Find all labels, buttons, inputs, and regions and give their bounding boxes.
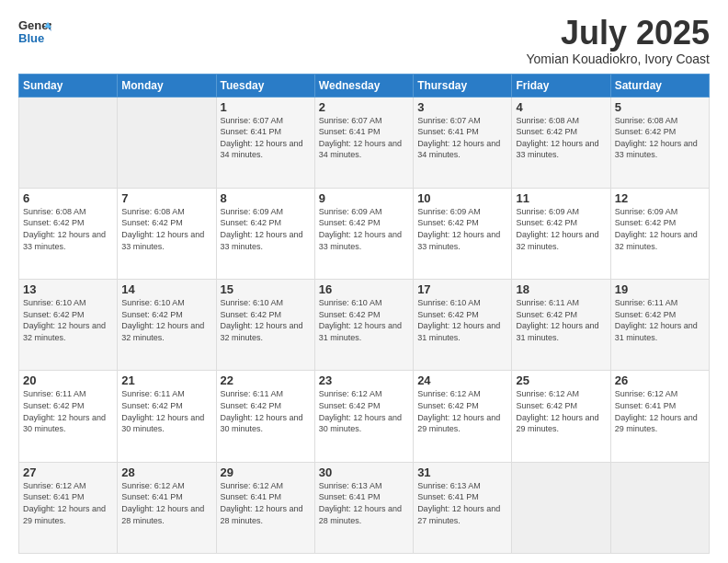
day-info: Sunrise: 6:13 AM Sunset: 6:41 PM Dayligh… — [319, 480, 409, 526]
day-number: 22 — [221, 373, 311, 387]
calendar-week-row: 13Sunrise: 6:10 AM Sunset: 6:42 PM Dayli… — [19, 280, 710, 371]
day-info: Sunrise: 6:11 AM Sunset: 6:42 PM Dayligh… — [615, 297, 705, 343]
day-number: 17 — [417, 282, 507, 296]
calendar-cell: 9Sunrise: 6:09 AM Sunset: 6:42 PM Daylig… — [314, 188, 413, 279]
calendar-week-row: 20Sunrise: 6:11 AM Sunset: 6:42 PM Dayli… — [19, 371, 710, 462]
weekday-header-row: SundayMondayTuesdayWednesdayThursdayFrid… — [19, 74, 710, 97]
day-number: 16 — [319, 282, 409, 296]
calendar-cell: 31Sunrise: 6:13 AM Sunset: 6:41 PM Dayli… — [414, 462, 512, 553]
day-number: 6 — [23, 191, 113, 205]
weekday-header-wednesday: Wednesday — [314, 74, 413, 97]
calendar-cell — [512, 462, 610, 553]
day-number: 15 — [221, 282, 311, 296]
day-number: 23 — [319, 373, 409, 387]
calendar-cell: 15Sunrise: 6:10 AM Sunset: 6:42 PM Dayli… — [216, 280, 314, 371]
day-info: Sunrise: 6:10 AM Sunset: 6:42 PM Dayligh… — [23, 297, 113, 343]
day-info: Sunrise: 6:12 AM Sunset: 6:41 PM Dayligh… — [121, 480, 211, 526]
calendar-cell — [118, 97, 216, 188]
calendar-cell: 12Sunrise: 6:09 AM Sunset: 6:42 PM Dayli… — [610, 188, 709, 279]
day-number: 19 — [615, 282, 705, 296]
day-number: 13 — [23, 282, 113, 296]
day-info: Sunrise: 6:11 AM Sunset: 6:42 PM Dayligh… — [121, 388, 211, 434]
day-info: Sunrise: 6:12 AM Sunset: 6:42 PM Dayligh… — [319, 388, 409, 434]
day-info: Sunrise: 6:09 AM Sunset: 6:42 PM Dayligh… — [516, 206, 606, 252]
day-info: Sunrise: 6:12 AM Sunset: 6:41 PM Dayligh… — [221, 480, 311, 526]
weekday-header-monday: Monday — [118, 74, 216, 97]
calendar-cell — [610, 462, 709, 553]
day-info: Sunrise: 6:10 AM Sunset: 6:42 PM Dayligh… — [319, 297, 409, 343]
calendar-cell: 26Sunrise: 6:12 AM Sunset: 6:41 PM Dayli… — [610, 371, 709, 462]
day-info: Sunrise: 6:12 AM Sunset: 6:42 PM Dayligh… — [516, 388, 606, 434]
calendar-cell: 3Sunrise: 6:07 AM Sunset: 6:41 PM Daylig… — [414, 97, 512, 188]
day-number: 21 — [121, 373, 211, 387]
day-info: Sunrise: 6:12 AM Sunset: 6:41 PM Dayligh… — [615, 388, 705, 434]
calendar-cell: 21Sunrise: 6:11 AM Sunset: 6:42 PM Dayli… — [118, 371, 216, 462]
calendar-week-row: 6Sunrise: 6:08 AM Sunset: 6:42 PM Daylig… — [19, 188, 710, 279]
day-info: Sunrise: 6:08 AM Sunset: 6:42 PM Dayligh… — [615, 115, 705, 161]
day-info: Sunrise: 6:11 AM Sunset: 6:42 PM Dayligh… — [23, 388, 113, 434]
day-info: Sunrise: 6:08 AM Sunset: 6:42 PM Dayligh… — [516, 115, 606, 161]
weekday-header-tuesday: Tuesday — [216, 74, 314, 97]
day-info: Sunrise: 6:10 AM Sunset: 6:42 PM Dayligh… — [417, 297, 507, 343]
subtitle: Yomian Kouadiokro, Ivory Coast — [527, 52, 710, 66]
day-info: Sunrise: 6:12 AM Sunset: 6:42 PM Dayligh… — [417, 388, 507, 434]
day-number: 5 — [615, 100, 705, 114]
calendar-week-row: 1Sunrise: 6:07 AM Sunset: 6:41 PM Daylig… — [19, 97, 710, 188]
day-info: Sunrise: 6:11 AM Sunset: 6:42 PM Dayligh… — [221, 388, 311, 434]
calendar-cell: 2Sunrise: 6:07 AM Sunset: 6:41 PM Daylig… — [314, 97, 413, 188]
day-info: Sunrise: 6:07 AM Sunset: 6:41 PM Dayligh… — [319, 115, 409, 161]
calendar-cell: 18Sunrise: 6:11 AM Sunset: 6:42 PM Dayli… — [512, 280, 610, 371]
calendar-cell: 10Sunrise: 6:09 AM Sunset: 6:42 PM Dayli… — [414, 188, 512, 279]
calendar-cell: 7Sunrise: 6:08 AM Sunset: 6:42 PM Daylig… — [118, 188, 216, 279]
day-info: Sunrise: 6:08 AM Sunset: 6:42 PM Dayligh… — [23, 206, 113, 252]
day-info: Sunrise: 6:08 AM Sunset: 6:42 PM Dayligh… — [121, 206, 211, 252]
calendar-cell: 25Sunrise: 6:12 AM Sunset: 6:42 PM Dayli… — [512, 371, 610, 462]
day-number: 4 — [516, 100, 606, 114]
day-number: 26 — [615, 373, 705, 387]
day-number: 20 — [23, 373, 113, 387]
calendar-cell: 24Sunrise: 6:12 AM Sunset: 6:42 PM Dayli… — [414, 371, 512, 462]
calendar-cell — [19, 97, 118, 188]
day-info: Sunrise: 6:11 AM Sunset: 6:42 PM Dayligh… — [516, 297, 606, 343]
weekday-header-saturday: Saturday — [610, 74, 709, 97]
day-number: 14 — [121, 282, 211, 296]
day-number: 2 — [319, 100, 409, 114]
day-number: 9 — [319, 191, 409, 205]
title-block: July 2025 Yomian Kouadiokro, Ivory Coast — [527, 15, 710, 66]
day-number: 12 — [615, 191, 705, 205]
calendar-cell: 1Sunrise: 6:07 AM Sunset: 6:41 PM Daylig… — [216, 97, 314, 188]
calendar-cell: 30Sunrise: 6:13 AM Sunset: 6:41 PM Dayli… — [314, 462, 413, 553]
day-info: Sunrise: 6:07 AM Sunset: 6:41 PM Dayligh… — [417, 115, 507, 161]
day-number: 27 — [23, 465, 113, 479]
day-number: 10 — [417, 191, 507, 205]
page: General Blue July 2025 Yomian Kouadiokro… — [0, 0, 728, 563]
day-number: 11 — [516, 191, 606, 205]
calendar-cell: 23Sunrise: 6:12 AM Sunset: 6:42 PM Dayli… — [314, 371, 413, 462]
calendar-cell: 5Sunrise: 6:08 AM Sunset: 6:42 PM Daylig… — [610, 97, 709, 188]
logo-icon: General Blue — [18, 15, 51, 52]
calendar-cell: 4Sunrise: 6:08 AM Sunset: 6:42 PM Daylig… — [512, 97, 610, 188]
calendar-cell: 28Sunrise: 6:12 AM Sunset: 6:41 PM Dayli… — [118, 462, 216, 553]
svg-text:Blue: Blue — [18, 31, 44, 45]
day-info: Sunrise: 6:10 AM Sunset: 6:42 PM Dayligh… — [121, 297, 211, 343]
calendar-cell: 20Sunrise: 6:11 AM Sunset: 6:42 PM Dayli… — [19, 371, 118, 462]
calendar-cell: 19Sunrise: 6:11 AM Sunset: 6:42 PM Dayli… — [610, 280, 709, 371]
calendar-table: SundayMondayTuesdayWednesdayThursdayFrid… — [18, 74, 710, 554]
calendar-cell: 11Sunrise: 6:09 AM Sunset: 6:42 PM Dayli… — [512, 188, 610, 279]
day-number: 8 — [221, 191, 311, 205]
weekday-header-friday: Friday — [512, 74, 610, 97]
calendar-cell: 13Sunrise: 6:10 AM Sunset: 6:42 PM Dayli… — [19, 280, 118, 371]
day-info: Sunrise: 6:12 AM Sunset: 6:41 PM Dayligh… — [23, 480, 113, 526]
calendar-week-row: 27Sunrise: 6:12 AM Sunset: 6:41 PM Dayli… — [19, 462, 710, 553]
calendar-cell: 27Sunrise: 6:12 AM Sunset: 6:41 PM Dayli… — [19, 462, 118, 553]
calendar-cell: 16Sunrise: 6:10 AM Sunset: 6:42 PM Dayli… — [314, 280, 413, 371]
day-number: 24 — [417, 373, 507, 387]
day-number: 30 — [319, 465, 409, 479]
day-info: Sunrise: 6:09 AM Sunset: 6:42 PM Dayligh… — [319, 206, 409, 252]
logo: General Blue — [18, 15, 51, 52]
calendar-cell: 14Sunrise: 6:10 AM Sunset: 6:42 PM Dayli… — [118, 280, 216, 371]
header: General Blue July 2025 Yomian Kouadiokro… — [18, 15, 710, 66]
calendar-cell: 29Sunrise: 6:12 AM Sunset: 6:41 PM Dayli… — [216, 462, 314, 553]
weekday-header-sunday: Sunday — [19, 74, 118, 97]
day-number: 7 — [121, 191, 211, 205]
